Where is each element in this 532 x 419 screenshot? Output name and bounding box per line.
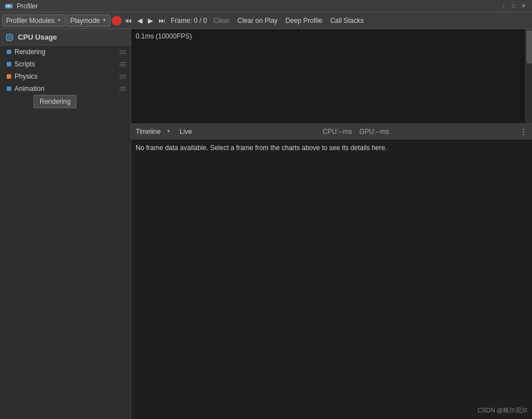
prev-icon: ◀	[137, 17, 142, 25]
sidebar-item-rendering[interactable]: Rendering	[0, 46, 131, 58]
call-stacks-button[interactable]: Call Stacks	[327, 15, 367, 27]
timeline-more-icon[interactable]: ⋮	[520, 127, 528, 136]
next-frame-button[interactable]: ▶	[146, 15, 155, 27]
drag-handle[interactable]	[119, 62, 126, 66]
svg-rect-1	[6, 5, 7, 7]
playmode-label: Playmode	[70, 17, 100, 25]
sidebar: CPU Usage Rendering Scripts Physics Rend…	[0, 29, 131, 419]
deep-profile-button[interactable]: Deep Profile	[282, 15, 325, 27]
sidebar-title: CPU Usage	[18, 33, 57, 41]
restore-icon[interactable]: □	[510, 2, 517, 10]
profiler-modules-dropdown[interactable]: Profiler Modules ▼	[2, 15, 65, 27]
sidebar-header: CPU Usage	[0, 29, 131, 46]
window-controls[interactable]: ⋮ □ ✕	[500, 2, 528, 10]
gpu-metric: GPU:--ms	[360, 128, 389, 136]
cpu-icon	[4, 32, 15, 42]
chart-scrollbar[interactable]	[525, 29, 532, 123]
fps-label: 0.1ms (10000FPS)	[136, 32, 192, 40]
rendering-tooltip: Rendering	[33, 95, 76, 108]
scripts-color	[7, 62, 11, 66]
animation-label: Animation	[15, 85, 119, 93]
chevron-down-icon: ▼	[102, 18, 107, 23]
drag-handle[interactable]	[119, 75, 126, 79]
chevron-down-icon: ▼	[57, 18, 61, 23]
scripts-label: Scripts	[15, 60, 119, 68]
details-area: No frame data available. Select a frame …	[131, 139, 532, 419]
physics-label: Physics	[15, 73, 119, 80]
skip-next-button[interactable]: ⏭	[156, 15, 167, 27]
drag-handle[interactable]	[119, 87, 126, 91]
animation-color	[7, 86, 11, 91]
skip-prev-icon: ⏮	[125, 17, 132, 25]
close-icon[interactable]: ✕	[520, 2, 528, 10]
title-bar: Profiler ⋮ □ ✕	[0, 0, 532, 12]
svg-rect-5	[8, 36, 11, 39]
skip-prev-button[interactable]: ⏮	[123, 15, 134, 27]
profiler-icon	[4, 2, 13, 11]
physics-color	[7, 74, 11, 79]
profiler-modules-label: Profiler Modules	[6, 17, 55, 25]
sidebar-item-physics[interactable]: Physics Rendering	[0, 70, 131, 83]
frame-info: Frame: 0 / 0	[169, 17, 209, 25]
rendering-label: Rendering	[15, 48, 119, 56]
menu-icon[interactable]: ⋮	[500, 2, 507, 10]
timeline-bar: Timeline ▼ Live CPU:--ms GPU:--ms ⋮	[131, 124, 532, 139]
clear-on-play-button[interactable]: Clear on Play	[234, 15, 281, 27]
sidebar-item-scripts[interactable]: Scripts	[0, 58, 131, 70]
drag-handle[interactable]	[119, 50, 126, 54]
playmode-dropdown[interactable]: Playmode ▼	[66, 15, 111, 27]
watermark: CSDN @格尔尼尔	[478, 406, 528, 415]
svg-rect-2	[8, 4, 9, 7]
clear-button[interactable]: Clear	[210, 15, 233, 27]
skip-next-icon: ⏭	[159, 17, 165, 25]
timeline-chevron-icon: ▼	[166, 129, 171, 134]
toolbar: Profiler Modules ▼ Playmode ▼ ⏮ ◀ ▶ ⏭ Fr…	[0, 12, 532, 29]
timeline-metrics: CPU:--ms GPU:--ms	[196, 128, 515, 136]
no-data-message: No frame data available. Select a frame …	[131, 139, 532, 156]
timeline-live-label: Live	[180, 128, 192, 136]
sidebar-item-animation[interactable]: Animation	[0, 83, 131, 95]
next-icon: ▶	[148, 17, 153, 25]
svg-rect-3	[9, 6, 11, 7]
main-layout: CPU Usage Rendering Scripts Physics Rend…	[0, 29, 532, 419]
record-button[interactable]	[112, 16, 122, 26]
timeline-label: Timeline	[136, 128, 161, 136]
cpu-metric: CPU:--ms	[323, 128, 352, 136]
window-title: Profiler	[17, 2, 500, 10]
rendering-color	[7, 50, 11, 54]
scrollbar-thumb[interactable]	[526, 30, 532, 64]
profiler-chart-area: 0.1ms (10000FPS)	[131, 29, 532, 124]
prev-frame-button[interactable]: ◀	[135, 15, 145, 27]
